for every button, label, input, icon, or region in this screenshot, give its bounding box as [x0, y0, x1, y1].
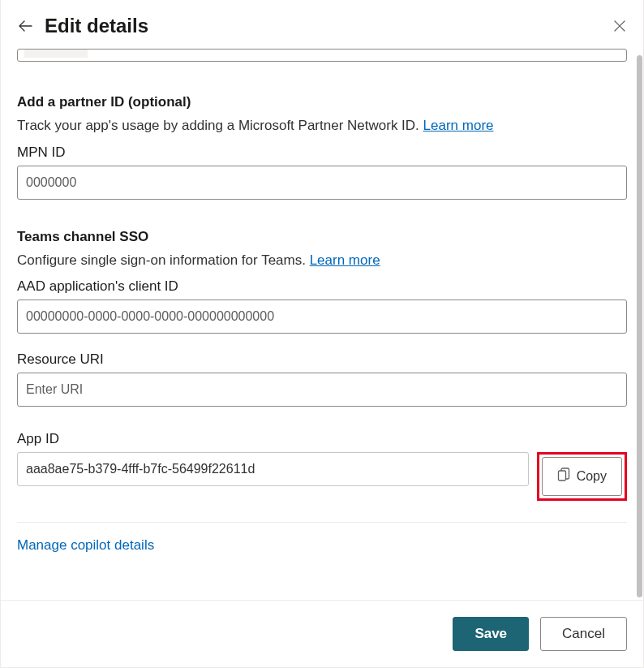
- aad-client-id-label: AAD application's client ID: [17, 278, 627, 295]
- cancel-button[interactable]: Cancel: [540, 617, 627, 651]
- sso-description: Configure single sign-on information for…: [17, 250, 627, 271]
- svg-rect-0: [558, 471, 565, 481]
- copy-highlight-box: Copy: [537, 452, 627, 501]
- back-icon[interactable]: [17, 18, 33, 34]
- scrollbar-thumb[interactable]: [637, 55, 642, 597]
- close-icon[interactable]: [612, 19, 627, 33]
- app-id-label: App ID: [17, 431, 627, 447]
- sso-heading: Teams channel SSO: [17, 229, 627, 245]
- aad-client-id-input[interactable]: [17, 300, 627, 334]
- partner-learn-more-link[interactable]: Learn more: [423, 118, 494, 133]
- resource-uri-label: Resource URI: [17, 351, 627, 368]
- resource-uri-input[interactable]: [17, 373, 627, 407]
- partner-heading: Add a partner ID (optional): [17, 94, 627, 110]
- manage-copilot-link[interactable]: Manage copilot details: [17, 537, 154, 554]
- copy-button[interactable]: Copy: [542, 457, 622, 496]
- partner-description: Track your app's usage by adding a Micro…: [17, 115, 627, 136]
- app-id-input[interactable]: [17, 452, 529, 486]
- panel-title: Edit details: [45, 15, 601, 37]
- divider: [17, 522, 627, 523]
- copy-label: Copy: [577, 469, 607, 484]
- mpn-id-input[interactable]: [17, 166, 627, 200]
- mpn-id-label: MPN ID: [17, 144, 627, 161]
- copy-icon: [557, 468, 570, 485]
- previous-input-partial: [17, 49, 627, 62]
- save-button[interactable]: Save: [453, 617, 529, 651]
- sso-learn-more-link[interactable]: Learn more: [310, 252, 380, 268]
